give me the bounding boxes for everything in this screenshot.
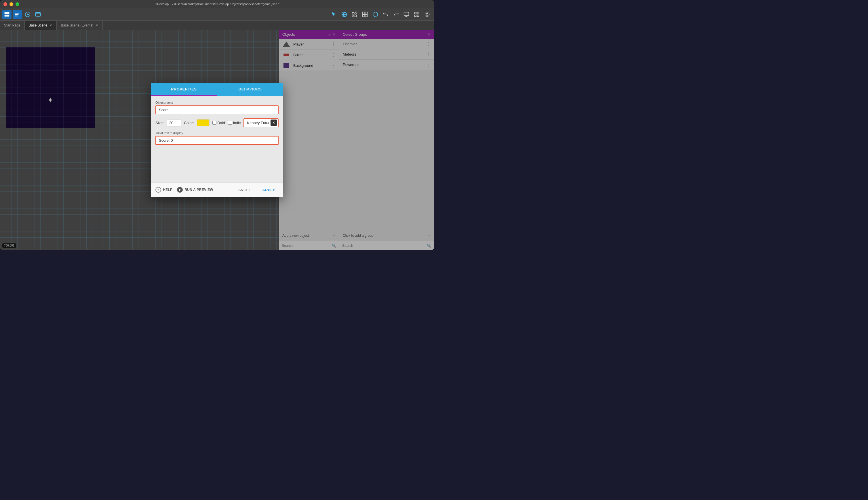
modal-footer: ? HELP ▶ RUN A PREVIEW CANCEL APPLY xyxy=(151,182,283,197)
svg-rect-0 xyxy=(4,12,7,14)
network-icon[interactable] xyxy=(340,10,349,19)
run-preview-label: RUN A PREVIEW xyxy=(185,188,213,192)
tab-close-icon[interactable]: ✕ xyxy=(49,23,52,27)
initial-text-label: Initial text to display xyxy=(155,131,279,135)
footer-left: ? HELP ▶ RUN A PREVIEW xyxy=(155,187,213,193)
modal-tab-properties[interactable]: PROPERTIES xyxy=(151,83,217,96)
scene-icon[interactable] xyxy=(2,10,12,19)
modal-tab-bar: PROPERTIES BEHAVIORS xyxy=(151,83,283,96)
color-label: Color: xyxy=(184,121,194,125)
help-icon: ? xyxy=(155,187,161,193)
package-icon[interactable] xyxy=(371,10,380,19)
properties-tab-label: PROPERTIES xyxy=(171,87,197,91)
svg-rect-5 xyxy=(15,14,19,15)
main-toolbar xyxy=(0,8,434,21)
external-events-icon[interactable] xyxy=(33,10,43,19)
italic-checkbox[interactable] xyxy=(228,121,232,125)
svg-rect-22 xyxy=(415,15,417,16)
svg-rect-17 xyxy=(404,12,409,15)
modal-overlay: PROPERTIES BEHAVIORS Object name xyxy=(0,30,434,250)
window-controls[interactable] xyxy=(3,2,19,6)
tab-label: Base Scene (Events) xyxy=(61,23,93,27)
titlebar: GDevelop 5 - /Users/dkarakay/Documents/G… xyxy=(0,0,434,8)
grid-icon[interactable] xyxy=(412,10,421,19)
events-icon[interactable] xyxy=(13,10,22,19)
help-label: HELP xyxy=(163,188,172,192)
tab-base-scene[interactable]: Base Scene ✕ xyxy=(25,21,57,30)
tab-label: Base Scene xyxy=(29,23,47,27)
svg-rect-15 xyxy=(363,14,365,17)
object-name-group: Object name xyxy=(155,101,279,114)
svg-marker-8 xyxy=(27,13,29,15)
font-input-wrapper: ✕ xyxy=(244,118,279,127)
svg-rect-3 xyxy=(7,15,10,16)
run-preview-icon: ▶ xyxy=(177,187,183,193)
right-toolbar xyxy=(329,10,432,19)
edit-icon[interactable] xyxy=(350,10,359,19)
svg-point-25 xyxy=(425,12,430,16)
bold-checkbox[interactable] xyxy=(212,121,216,125)
minimize-window-button[interactable] xyxy=(10,2,13,6)
help-button[interactable]: ? HELP xyxy=(155,187,172,193)
main-area: ✦ 766;501 Objects ≡ ✕ xyxy=(0,30,434,250)
undo-icon[interactable] xyxy=(381,10,390,19)
bold-checkbox-group: Bold xyxy=(212,121,225,125)
font-clear-button[interactable]: ✕ xyxy=(271,120,277,126)
svg-rect-16 xyxy=(365,14,367,17)
svg-rect-14 xyxy=(365,12,367,14)
play-icon[interactable] xyxy=(23,10,32,19)
svg-rect-1 xyxy=(7,12,10,14)
cancel-button[interactable]: CANCEL xyxy=(232,186,255,194)
modal-body: Object name Size: Color: Bold xyxy=(151,96,283,182)
initial-text-group: Initial text to display xyxy=(155,131,279,145)
text-properties-row: Size: Color: Bold Italic xyxy=(155,118,279,127)
maximize-window-button[interactable] xyxy=(15,2,19,6)
modal-spacer xyxy=(155,149,279,178)
svg-rect-13 xyxy=(363,12,365,14)
modal-tab-behaviors[interactable]: BEHAVIORS xyxy=(217,83,283,96)
tab-start-page[interactable]: Start Page xyxy=(0,21,25,30)
svg-rect-20 xyxy=(415,12,417,14)
object-name-input[interactable] xyxy=(155,105,279,114)
redo-icon[interactable] xyxy=(391,10,401,19)
tab-label: Start Page xyxy=(4,23,21,27)
behaviors-tab-label: BEHAVIORS xyxy=(238,87,262,91)
svg-rect-21 xyxy=(417,12,419,14)
size-input[interactable] xyxy=(167,119,181,126)
close-window-button[interactable] xyxy=(3,2,7,6)
svg-rect-9 xyxy=(36,12,40,16)
properties-modal: PROPERTIES BEHAVIORS Object name xyxy=(151,83,283,197)
svg-rect-2 xyxy=(4,15,7,16)
bold-label: Bold xyxy=(218,121,225,125)
tab-base-scene-events[interactable]: Base Scene (Events) ✕ xyxy=(57,21,103,30)
svg-rect-23 xyxy=(417,15,419,16)
tab-bar: Start Page Base Scene ✕ Base Scene (Even… xyxy=(0,21,434,30)
object-name-label: Object name xyxy=(155,101,279,104)
size-label: Size: xyxy=(155,121,164,125)
apply-button[interactable]: APPLY xyxy=(259,186,279,194)
window-title: GDevelop 5 - /Users/dkarakay/Documents/G… xyxy=(154,2,279,6)
svg-point-24 xyxy=(426,13,428,15)
color-swatch[interactable] xyxy=(197,119,210,126)
cursor-icon[interactable] xyxy=(329,10,338,19)
preview-icon[interactable] xyxy=(422,10,432,19)
italic-checkbox-group: Italic xyxy=(228,121,241,125)
export-icon[interactable] xyxy=(402,10,411,19)
initial-text-input[interactable] xyxy=(155,136,279,145)
svg-rect-4 xyxy=(15,13,20,13)
tab-events-close-icon[interactable]: ✕ xyxy=(95,23,98,27)
svg-rect-6 xyxy=(15,15,17,16)
layout-icon[interactable] xyxy=(360,10,370,19)
run-preview-button[interactable]: ▶ RUN A PREVIEW xyxy=(177,187,213,193)
italic-label: Italic xyxy=(233,121,241,125)
